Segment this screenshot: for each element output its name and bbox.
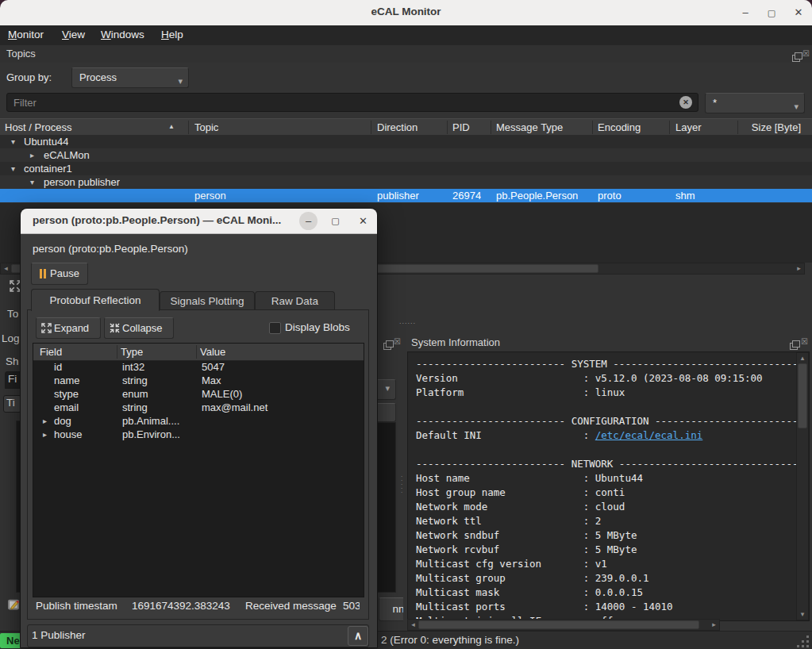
column-header-topic[interactable]: Topic — [194, 121, 369, 133]
field-type-cell: pb.Environ... — [122, 428, 180, 441]
dialog-close-button[interactable]: ✕ — [354, 212, 372, 230]
group-by-select[interactable]: Process ▾ — [71, 67, 189, 88]
expanded-twisty-icon[interactable]: ▾ — [11, 162, 15, 175]
field-row-stype[interactable]: stypeenumMALE(0) — [33, 387, 364, 401]
field-row-email[interactable]: emailstringmax@mail.net — [33, 401, 364, 414]
expand-button-label: Expand — [54, 322, 89, 334]
float-panel-icon[interactable] — [383, 343, 391, 350]
tab-protobuf-reflection[interactable]: Protobuf Reflection — [31, 289, 160, 311]
filter-column-select[interactable]: * ▾ — [705, 93, 805, 113]
scroll-left-icon[interactable]: ◂ — [409, 620, 418, 629]
float-panel-icon[interactable] — [792, 55, 800, 62]
tab-signals-plotting[interactable]: Signals Plotting — [160, 291, 255, 311]
display-blobs-label: Display Blobs — [285, 321, 350, 333]
menu-item-help[interactable]: Help — [161, 29, 183, 40]
clear-filter-icon[interactable]: ✕ — [679, 96, 692, 109]
column-header-size-byte-[interactable]: Size [Byte] — [741, 121, 801, 133]
scrollbar-thumb[interactable] — [798, 363, 807, 428]
expand-button[interactable]: Expand — [36, 317, 101, 339]
topics-table-body: ▾Ubuntu44▸eCALMon▾container1▾person publ… — [0, 135, 812, 203]
display-blobs-checkbox[interactable] — [269, 322, 281, 334]
field-row-house[interactable]: ▸housepb.Environ... — [33, 428, 364, 441]
dialog-title: person (proto:pb.People.Person) — eCAL M… — [33, 214, 281, 226]
column-header-layer[interactable]: Layer — [675, 121, 739, 133]
minimize-button[interactable]: – — [737, 5, 754, 21]
column-header-message-type[interactable]: Message Type — [496, 121, 591, 133]
tree-row-ecalmon[interactable]: ▸eCALMon — [0, 148, 812, 162]
field-name-cell: id — [54, 360, 62, 374]
tree-row-container1[interactable]: ▾container1 — [0, 162, 812, 175]
collapsed-twisty-icon[interactable]: ▸ — [43, 428, 47, 441]
expanded-twisty-icon[interactable]: ▾ — [11, 135, 15, 148]
scrollbar-thumb[interactable] — [418, 620, 699, 629]
float-panel-icon[interactable] — [790, 343, 798, 350]
close-panel-icon[interactable]: ☒ — [394, 338, 402, 346]
collapsed-twisty-icon[interactable]: ▸ — [30, 148, 34, 162]
column-header-encoding[interactable]: Encoding — [598, 121, 668, 133]
pause-icon — [40, 269, 42, 278]
maximize-button[interactable]: ▢ — [763, 5, 780, 21]
field-column-header[interactable]: Field — [40, 346, 62, 358]
splitter-handle[interactable]: ...... — [399, 318, 423, 324]
field-row-dog[interactable]: ▸dogpb.Animal.... — [33, 414, 364, 428]
sysinfo-line-default-ini: Default INI : /etc/ecal/ecal.ini — [416, 428, 810, 443]
topics-panel-title: Topics — [6, 48, 36, 60]
default-ini-link[interactable]: /etc/ecal/ecal.ini — [595, 429, 702, 441]
tree-row-ubuntu44[interactable]: ▾Ubuntu44 — [0, 135, 812, 148]
field-row-id[interactable]: idint325047 — [33, 360, 364, 374]
field-type-cell: string — [122, 374, 148, 387]
column-header-pid[interactable]: PID — [452, 121, 489, 133]
sysinfo-line — [416, 400, 810, 414]
topics-panel-header: Topics ☒ — [0, 45, 812, 63]
sysinfo-line: Network sndbuf : 5 MByte — [416, 528, 810, 543]
menu-item-windows[interactable]: Windows — [101, 29, 144, 40]
sysinfo-hscrollbar[interactable]: ◂ ▸ — [407, 619, 720, 631]
close-panel-icon[interactable]: ☒ — [802, 50, 810, 58]
ecal-monitor-app: eCAL Monitor – ▢ ✕ MonitorViewWindowsHel… — [0, 0, 812, 649]
log-edit-icon — [7, 597, 21, 612]
field-row-name[interactable]: namestringMax — [33, 374, 364, 387]
hidden-panel-label-sh: Sh — [6, 355, 19, 367]
sysinfo-vscrollbar[interactable]: ▴ ▾ — [796, 352, 809, 620]
pause-button-label: Pause — [50, 267, 79, 279]
collapsed-twisty-icon[interactable]: ▸ — [43, 414, 47, 428]
sysinfo-line: Network mode : cloud — [416, 500, 810, 514]
dialog-maximize-button[interactable]: ▢ — [326, 212, 344, 230]
column-header-host-process[interactable]: Host / Process ▲ — [5, 121, 178, 133]
system-info-content: ------------------------- SYSTEM -------… — [407, 351, 810, 621]
pause-button[interactable]: Pause — [31, 263, 88, 285]
system-info-text: ------------------------- SYSTEM -------… — [416, 357, 810, 621]
type-column-header[interactable]: Type — [121, 346, 143, 358]
resize-grip[interactable] — [797, 636, 810, 648]
scroll-up-icon[interactable]: ▴ — [798, 354, 807, 363]
host-process-cell: Ubuntu44 — [24, 135, 68, 148]
close-panel-icon[interactable]: ☒ — [801, 338, 809, 346]
menu-item-view[interactable]: View — [62, 29, 85, 40]
menu-item-monitor[interactable]: Monitor — [8, 29, 44, 40]
topic-row-person[interactable]: personpublisher26974pb.People.Personprot… — [0, 189, 812, 202]
collapse-button[interactable]: Collapse — [104, 317, 174, 339]
dialog-titlebar[interactable]: person (proto:pb.People.Person) — eCAL M… — [21, 209, 377, 234]
scroll-right-icon[interactable]: ▸ — [710, 620, 718, 629]
dialog-footer: 1 Publisher ∧ — [27, 624, 369, 647]
topic-cell: person — [194, 189, 226, 202]
scroll-right-icon[interactable]: ▸ — [795, 264, 803, 273]
scroll-left-icon[interactable]: ◂ — [2, 264, 10, 273]
dialog-minimize-button[interactable]: – — [299, 212, 317, 230]
value-column-header[interactable]: Value — [200, 346, 225, 358]
publish-timestamp-label: Publish timestam — [36, 600, 129, 612]
collapse-button-label: Collapse — [122, 322, 163, 334]
collapse-footer-button[interactable]: ∧ — [348, 626, 368, 646]
expanded-twisty-icon[interactable]: ▾ — [30, 175, 34, 189]
close-button[interactable]: ✕ — [790, 5, 807, 21]
sysinfo-line: Multicast group : 239.0.0.1 — [416, 571, 810, 586]
tree-row-person-publisher[interactable]: ▾person publisher — [0, 175, 812, 189]
publisher-count: 1 Publisher — [32, 629, 86, 641]
scroll-down-icon[interactable]: ▾ — [798, 610, 807, 619]
publish-timestamp-value: 1691674392.383243 — [132, 600, 237, 612]
column-header-direction[interactable]: Direction — [377, 121, 447, 133]
expand-icon — [41, 323, 52, 333]
topics-table-header: Host / Process ▲TopicDirectionPIDMessage… — [0, 118, 812, 136]
filter-input[interactable] — [6, 93, 698, 112]
tab-raw-data[interactable]: Raw Data — [255, 291, 335, 311]
